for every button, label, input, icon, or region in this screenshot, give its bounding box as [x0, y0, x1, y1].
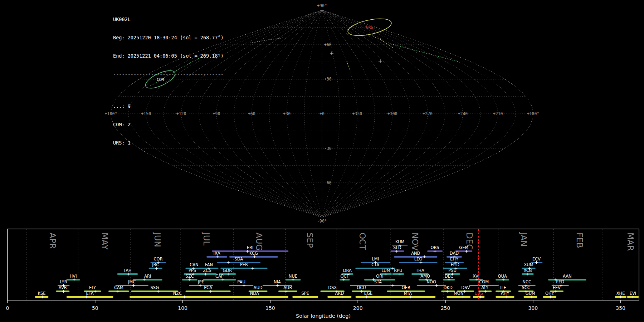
shower-label-ard: ARD [335, 291, 344, 296]
shower-label-amo: AMO [420, 274, 430, 279]
shower-label-lum: LUM [381, 268, 390, 273]
shower-label-eri: ERI [247, 245, 254, 250]
shower-label-ocu: OCU [357, 285, 366, 290]
latitude-label: -60 [324, 180, 332, 185]
shower-label-aan: AAN [563, 274, 572, 279]
count-sporadic: ...: 9 [113, 103, 224, 109]
month-label-jun: JUN [153, 232, 162, 247]
shower-label-dsx: DSX [328, 285, 337, 290]
shower-label-nia: NIA [274, 279, 281, 284]
shower-label-gem: GEM [459, 245, 468, 250]
shower-label-psu: PSU [448, 268, 457, 273]
info-spacer [113, 89, 224, 91]
shower-label-sda: SDA [234, 257, 243, 262]
x-axis-tick-label: 50 [92, 305, 98, 311]
x-axis-tick-label: 150 [265, 305, 275, 311]
latitude-label: -30 [324, 146, 332, 151]
shower-label-xcb: XCB [524, 268, 532, 273]
x-axis-title: Solar longitude (deg) [296, 313, 351, 319]
longitude-label: +180° [527, 111, 540, 116]
shower-label-aly: ALY [481, 285, 489, 290]
shower-label-can: CAN [190, 262, 199, 267]
shower-label-jmc: JMC [128, 279, 136, 284]
month-label-apr: APR [48, 233, 57, 249]
shower-label-lyr: LYR [60, 279, 67, 284]
shower-label-hvi: HVI [70, 274, 77, 279]
shower-label-ari: ARI [144, 274, 151, 279]
shower-label-sld: SLD [393, 245, 401, 250]
longitude-label: +30 [283, 111, 291, 116]
shower-label-xhe: XHE [616, 291, 625, 296]
shower-label-gdr: GDR [223, 268, 232, 273]
station-id: UK002L [113, 16, 224, 23]
info-divider: -------------------------------------- [113, 71, 224, 77]
x-axis-tick-label: 350 [616, 305, 625, 311]
info-block: UK002L Beg: 20251220 18:30:24 (sol = 268… [113, 4, 224, 152]
shower-label-ecv: ECV [532, 257, 541, 262]
shower-label-per: PER [240, 262, 248, 267]
shower-label-avb: AVB [59, 285, 67, 290]
shower-label-ori: ORI [376, 274, 383, 279]
shower-label-fev: FEV [553, 285, 561, 290]
shower-label-ehy: EHY [450, 257, 459, 262]
shower-label-hyd: HYD [451, 262, 460, 267]
longitude-label: +240 [458, 111, 468, 116]
shower-label-tha: THA [415, 268, 424, 273]
meteor-trail [372, 36, 393, 48]
shower-label-jpe: JPE [197, 279, 204, 284]
shower-label-kse: KSE [38, 291, 45, 296]
month-label-jan: JAN [519, 232, 528, 247]
activity-timeline: APRMAYJUNJULAUGSEPOCTNOVDECJANFEBMARKUME… [6, 229, 639, 319]
shower-label-obs: OBS [431, 245, 439, 250]
shower-label-cap: CAP [215, 274, 224, 279]
shower-label-oct: OCT [340, 274, 349, 279]
meteor-trail [250, 38, 283, 43]
count-urs: URS: 1 [113, 140, 224, 146]
shower-label-ahy: AHY [501, 291, 510, 296]
radiant-activity-chart: +90°+60+30-30-60-90°+180°+150+120+90+60+… [0, 0, 644, 322]
shower-label-dec: DEC [445, 274, 453, 279]
shower-label-qua: QUA [498, 274, 507, 279]
shower-label-ile: ILE [500, 285, 506, 290]
shower-label-jbc: JBC [152, 262, 159, 267]
shower-label-ohy: OHY [545, 291, 555, 296]
longitude-label: +330 [352, 111, 362, 116]
shower-label-nda: NDA [250, 291, 259, 296]
latitude-label: -90° [317, 219, 327, 224]
shower-label-pca: PCA [204, 285, 212, 290]
month-label-feb: FEB [575, 233, 584, 248]
shower-label-scc: SCC [522, 285, 530, 290]
longitude-label: +0 [319, 111, 325, 116]
month-label-nov: NOV [410, 233, 420, 251]
shower-label-fed: FED [556, 279, 564, 284]
x-axis-tick-label: 250 [441, 305, 450, 311]
shower-label-sta: STA [374, 279, 382, 284]
shower-label-mon: MON [454, 291, 464, 296]
shower-label-com: COM [479, 279, 489, 284]
obs-begin: Beg: 20251220 18:30:24 (sol = 268.77°) [113, 35, 224, 41]
month-label-aug: AUG [254, 233, 264, 250]
shower-label-szc: SZC [186, 274, 194, 279]
shower-label-dkd: DKD [444, 285, 453, 290]
shower-label-cta: CTA [371, 262, 379, 267]
longitude-label: +210 [493, 111, 503, 116]
shower-label-noo: NOO [426, 279, 436, 284]
shower-label-zcs: ZCS [203, 268, 211, 273]
shower-label-oer: OER [402, 285, 410, 290]
shower-label-cam: CAM [114, 285, 123, 290]
shower-label-dad: DAD [450, 251, 459, 256]
x-axis-tick-label: 0 [6, 305, 9, 311]
shower-label-spe: SPE [302, 291, 309, 296]
longitude-label: +270 [423, 111, 433, 116]
month-label-jul: JUL [202, 232, 211, 246]
latitude-label: +60 [324, 42, 332, 47]
shower-label-cor: COR [154, 257, 163, 262]
shower-label-aud: AUD [254, 285, 263, 290]
x-axis-tick-label: 200 [353, 305, 363, 311]
shower-label-leo: LEO [414, 257, 423, 262]
shower-label-ixa: IXA [214, 251, 220, 256]
count-com: COM: 2 [113, 122, 224, 128]
shower-label-ncc: NCC [522, 279, 531, 284]
month-label-sep: SEP [305, 233, 314, 248]
x-axis-tick-label: 300 [528, 305, 538, 311]
